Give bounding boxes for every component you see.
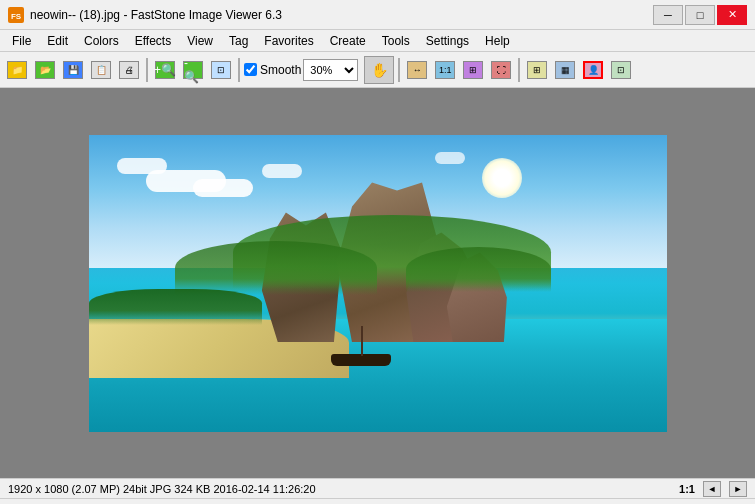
cloud-4 [262, 164, 302, 178]
nav-next-button[interactable]: ► [729, 481, 747, 497]
crop-button[interactable]: ⊡ [608, 58, 634, 82]
toolbar-separator-2 [238, 58, 240, 82]
menu-bar: File Edit Colors Effects View Tag Favori… [0, 30, 755, 52]
menu-colors[interactable]: Colors [76, 32, 127, 50]
boat [331, 346, 391, 366]
maximize-button[interactable]: □ [685, 5, 715, 25]
menu-settings[interactable]: Settings [418, 32, 477, 50]
menu-help[interactable]: Help [477, 32, 518, 50]
window-title: neowin-- (18).jpg - FastStone Image View… [30, 8, 282, 22]
menu-edit[interactable]: Edit [39, 32, 76, 50]
zoom-select[interactable]: 5% 10% 15% 20% 25% 30% 40% 50% 75% 100% … [303, 59, 358, 81]
cloud-5 [435, 152, 465, 164]
film-strip-button[interactable]: ▦ [552, 58, 578, 82]
vegetation-3 [406, 247, 551, 292]
copy-button[interactable]: 📋 [88, 58, 114, 82]
print-button[interactable]: 🖨 [116, 58, 142, 82]
fit-window-button[interactable]: ⊞ [460, 58, 486, 82]
compare-button[interactable]: 👤 [580, 58, 606, 82]
original-size-button[interactable]: 1:1 [432, 58, 458, 82]
cloud-2 [117, 158, 167, 174]
fit-button[interactable]: ⊡ [208, 58, 234, 82]
image [89, 135, 667, 432]
toolbar-separator-1 [146, 58, 148, 82]
menu-favorites[interactable]: Favorites [256, 32, 321, 50]
toolbar-separator-4 [518, 58, 520, 82]
smooth-checkbox-label[interactable]: Smooth [244, 63, 301, 77]
save-button[interactable]: 💾 [60, 58, 86, 82]
status-controls: 1:1 ◄ ► [679, 481, 747, 497]
stretch-button[interactable]: ↔ [404, 58, 430, 82]
toolbar: 📁 📂 💾 📋 🖨 +🔍 -🔍 ⊡ Smooth 5% 10% 15% 20% … [0, 52, 755, 88]
pan-tool-button[interactable]: ✋ [364, 56, 394, 84]
open-button[interactable]: 📂 [32, 58, 58, 82]
fullscreen-button[interactable]: ⛶ [488, 58, 514, 82]
image-info: 1920 x 1080 (2.07 MP) 24bit JPG 324 KB 2… [8, 483, 316, 495]
minimize-button[interactable]: ─ [653, 5, 683, 25]
browse-folder-button[interactable]: 📁 [4, 58, 30, 82]
menu-tools[interactable]: Tools [374, 32, 418, 50]
menu-view[interactable]: View [179, 32, 221, 50]
menu-create[interactable]: Create [322, 32, 374, 50]
menu-tag[interactable]: Tag [221, 32, 256, 50]
zoom-out-button[interactable]: -🔍 [180, 58, 206, 82]
menu-effects[interactable]: Effects [127, 32, 179, 50]
status-info: 1920 x 1080 (2.07 MP) 24bit JPG 324 KB 2… [8, 483, 316, 495]
thumbnail-view-button[interactable]: ⊞ [524, 58, 550, 82]
smooth-label: Smooth [260, 63, 301, 77]
svg-text:FS: FS [11, 12, 22, 21]
tree-line [89, 289, 262, 325]
nav-prev-button[interactable]: ◄ [703, 481, 721, 497]
image-display-area[interactable] [89, 135, 667, 432]
app-logo: FS [8, 7, 24, 23]
menu-file[interactable]: File [4, 32, 39, 50]
cloud-3 [193, 179, 253, 197]
vegetation-2 [175, 241, 377, 294]
filename-bar: neowin-- (18).jpg [ 19 / 32 ] [0, 498, 755, 504]
boat-mast [361, 326, 363, 356]
close-button[interactable]: ✕ [717, 5, 747, 25]
title-bar: FS neowin-- (18).jpg - FastStone Image V… [0, 0, 755, 30]
title-left: FS neowin-- (18).jpg - FastStone Image V… [8, 7, 282, 23]
sun [482, 158, 522, 198]
main-content [0, 88, 755, 478]
zoom-in-button[interactable]: +🔍 [152, 58, 178, 82]
status-bar: 1920 x 1080 (2.07 MP) 24bit JPG 324 KB 2… [0, 478, 755, 498]
smooth-checkbox[interactable] [244, 63, 257, 76]
toolbar-separator-3 [398, 58, 400, 82]
zoom-level: 1:1 [679, 483, 695, 495]
window-controls: ─ □ ✕ [653, 5, 747, 25]
